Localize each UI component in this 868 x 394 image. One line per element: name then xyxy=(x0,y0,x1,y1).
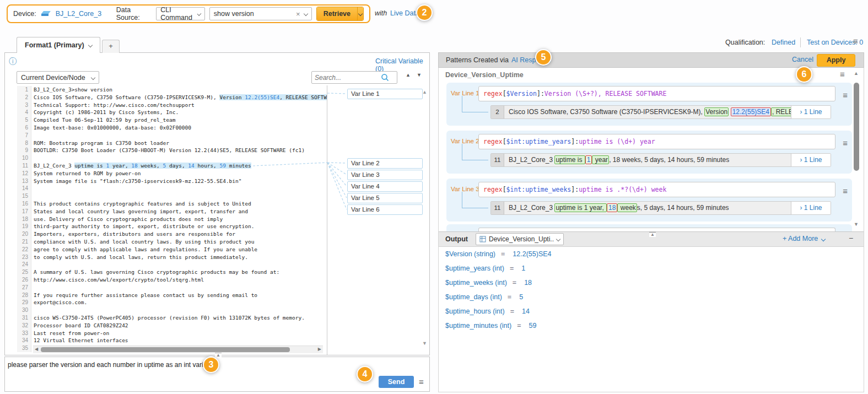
line-number: 18 xyxy=(17,215,31,223)
scope-select[interactable]: Current Device/Node xyxy=(17,71,99,84)
line-number: 35 xyxy=(17,344,31,352)
line-number: 32 xyxy=(17,322,31,330)
code-line: 7 xyxy=(17,132,327,139)
regex-input[interactable]: regex[$Version]:Version (\S+?), RELEASE … xyxy=(478,86,835,101)
chevron-down-icon[interactable] xyxy=(88,43,92,47)
expand-lines-link[interactable]: › 1 Line xyxy=(791,202,831,214)
var-line-box[interactable]: Var Line 3 xyxy=(347,170,423,180)
send-button[interactable]: Send xyxy=(379,376,414,388)
varline-scroll-up-icon[interactable]: ▲ xyxy=(422,89,427,95)
equals-sign: = xyxy=(517,322,521,330)
line-number: 3 xyxy=(17,101,31,109)
var-line-box[interactable]: Var Line 2 xyxy=(347,158,423,169)
search-input[interactable] xyxy=(315,74,381,82)
ai-prompt-text[interactable]: please parser the version and each numbe… xyxy=(8,361,216,369)
retrieve-dropdown[interactable] xyxy=(357,7,363,20)
search-prev-icon[interactable]: ▲ xyxy=(406,72,411,78)
code-text: http://www.cisco.com/wwl/export/crypto/t… xyxy=(31,276,327,284)
pattern-menu-icon[interactable]: ≡ xyxy=(843,186,848,196)
line-number: 31 xyxy=(17,314,31,322)
variable-value: 5 xyxy=(519,293,523,301)
tab-format1-primary[interactable]: Format1 (Primary) xyxy=(17,37,100,53)
var-line-box[interactable]: Var Line 1 xyxy=(347,89,423,99)
expand-lines-link[interactable]: › 1 Line xyxy=(791,106,831,118)
code-line: 25A summary of U.S. laws governing Cisco… xyxy=(17,268,327,276)
pattern-menu-icon[interactable]: ≡ xyxy=(843,90,848,100)
code-line: 3Technical Support: http://www.cisco.com… xyxy=(17,101,327,109)
command-value: show version xyxy=(214,10,296,18)
app-root: Device: BJ_L2_Core_3 Data Source: CLI Co… xyxy=(0,0,868,394)
scrollbar-thumb[interactable] xyxy=(41,347,290,352)
code-line: 30 xyxy=(17,306,327,314)
pattern-block: Var Line 3regex[$int:uptime_weeks]:uptim… xyxy=(446,179,852,222)
line-number: 11 xyxy=(17,162,31,170)
scrollbar-thumb[interactable] xyxy=(854,83,859,171)
code-text xyxy=(31,185,327,192)
code-text xyxy=(31,192,327,200)
code-text: Image text-base: 0x01000000, data-base: … xyxy=(31,124,327,132)
code-line: 18use. Delivery of Cisco cryptographic p… xyxy=(17,215,327,223)
scroll-down-icon[interactable]: ▼ xyxy=(854,222,859,227)
minimize-icon[interactable]: − xyxy=(849,234,853,242)
code-text: compliance with U.S. and local country l… xyxy=(31,238,327,246)
code-text xyxy=(31,284,327,292)
device-label: Device: xyxy=(13,10,36,18)
add-format-tab[interactable]: + xyxy=(102,40,120,53)
pattern-group-menu-icon[interactable]: ≡ xyxy=(840,69,845,79)
collapse-handle-icon[interactable]: ▲ xyxy=(215,353,222,358)
line-number: 13 xyxy=(17,177,31,185)
critical-variable-link[interactable]: Critical Variable (0) xyxy=(375,57,424,73)
output-variables: $Version (string)=12.2(55)SE4$uptime_yea… xyxy=(445,247,831,333)
qualification-value-link[interactable]: Defined xyxy=(772,39,795,46)
regex-input[interactable]: regex[$int:uptime_weeks]:uptime is .*?(\… xyxy=(478,182,835,197)
code-text: cisco WS-C3750-24TS (PowerPC405) process… xyxy=(31,314,327,322)
sample-line-number: 11 xyxy=(491,154,504,166)
var-line-box[interactable]: Var Line 4 xyxy=(347,181,423,192)
sample-row: 11BJ_L2_Core_3 uptime is 1 year, 18 week… xyxy=(490,153,831,167)
vertical-scrollbar[interactable]: ▲ ▼ xyxy=(853,69,861,230)
menu-icon[interactable]: ≡ xyxy=(853,36,858,46)
line-number: 6 xyxy=(17,124,31,132)
search-box[interactable] xyxy=(311,71,397,84)
device-icon xyxy=(41,10,51,17)
var-line-box[interactable]: Var Line 6 xyxy=(347,204,423,215)
cli-output-viewer[interactable]: 1BJ_L2_Core_3>show version2Cisco IOS Sof… xyxy=(17,86,327,355)
code-line: 22agree to comply with applicable laws a… xyxy=(17,246,327,253)
variable-name: $Version (string) xyxy=(445,250,495,258)
sample-line-number: 2 xyxy=(491,106,504,118)
regex-input[interactable]: regex[$int:uptime_years]:uptime is (\d+)… xyxy=(478,134,835,149)
varline-scroll-down-icon[interactable]: ▼ xyxy=(422,341,427,346)
command-input[interactable]: show version × xyxy=(209,7,312,20)
code-text: Cisco IOS Software, C3750 Software (C375… xyxy=(31,94,327,101)
scroll-left-icon[interactable]: ◀ xyxy=(35,347,38,352)
var-line-box[interactable]: Var Line 5 xyxy=(347,193,423,203)
search-next-icon[interactable]: ▼ xyxy=(417,72,422,78)
step-badge-3: 3 xyxy=(203,357,219,373)
cancel-button[interactable]: Cancel xyxy=(792,56,813,63)
code-line: 8ROM: Bootstrap program is C3750 boot lo… xyxy=(17,139,327,147)
search-icon[interactable] xyxy=(381,73,389,82)
code-line: 31cisco WS-C3750-24TS (PowerPC405) proce… xyxy=(17,314,327,322)
scroll-right-icon[interactable]: ▶ xyxy=(318,347,321,352)
scroll-up-icon[interactable]: ▲ xyxy=(854,71,859,76)
data-source-select[interactable]: CLI Command xyxy=(156,7,205,20)
prompt-menu-icon[interactable]: ≡ xyxy=(419,377,424,386)
variable-value: 12.2(55)SE4 xyxy=(513,250,551,258)
expand-lines-link[interactable]: › 1 Line xyxy=(791,154,831,166)
pattern-menu-icon[interactable]: ≡ xyxy=(843,138,848,148)
pattern-group-title: Device_Version_Uptime xyxy=(445,71,524,79)
code-text xyxy=(31,306,327,314)
horizontal-scrollbar[interactable]: ◀ ▶ xyxy=(33,346,323,353)
clear-icon[interactable]: × xyxy=(296,10,300,18)
output-collapse-icon[interactable]: ▲ xyxy=(649,232,656,237)
device-name-link[interactable]: BJ_L2_Core_3 xyxy=(56,10,101,18)
add-more-link[interactable]: + Add More xyxy=(783,235,825,242)
live-data-link[interactable]: Live Data xyxy=(390,9,419,17)
apply-button[interactable]: Apply xyxy=(817,54,855,67)
info-icon[interactable]: ⓘ xyxy=(9,57,17,67)
retrieve-button[interactable]: Retrieve xyxy=(316,7,364,21)
step-badge-2: 2 xyxy=(416,4,433,21)
code-line: 23to comply with U.S. and local laws, re… xyxy=(17,253,327,261)
chevron-down-icon[interactable] xyxy=(303,12,308,16)
output-dataset-select[interactable]: Device_Version_Upti... xyxy=(476,233,564,245)
